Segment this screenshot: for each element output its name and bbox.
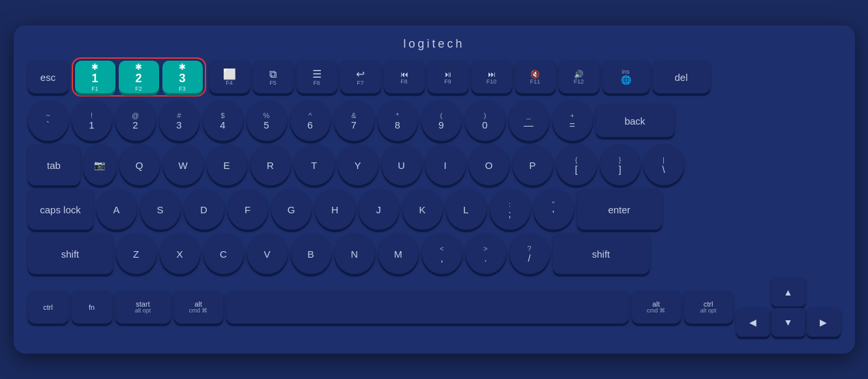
key-v[interactable]: V bbox=[247, 234, 288, 274]
key-y[interactable]: Y bbox=[338, 145, 378, 185]
key-shift-right[interactable]: shift bbox=[553, 234, 650, 274]
key-g[interactable]: G bbox=[271, 189, 312, 230]
key-4[interactable]: $ 4 bbox=[203, 100, 243, 141]
key-c[interactable]: C bbox=[203, 234, 244, 274]
key-t[interactable]: T bbox=[294, 145, 335, 185]
key-f5[interactable]: ⧉ F5 bbox=[253, 61, 293, 93]
key-arrow-left[interactable]: ◀ bbox=[736, 308, 770, 337]
key-e[interactable]: E bbox=[207, 145, 247, 185]
brand-logo: logitech bbox=[28, 37, 841, 51]
key-r[interactable]: R bbox=[250, 145, 291, 185]
key-tab-icon[interactable]: 📷 bbox=[83, 145, 116, 185]
key-alt-left[interactable]: alt cmd ⌘ bbox=[174, 291, 223, 324]
key-equals[interactable]: + = bbox=[552, 100, 593, 141]
key-j[interactable]: J bbox=[359, 189, 399, 230]
key-l[interactable]: L bbox=[446, 189, 486, 230]
zxcv-row: shift Z X C V B N M < , > . ? / shift bbox=[28, 234, 841, 274]
key-lbracket[interactable]: { [ bbox=[556, 145, 597, 185]
key-h[interactable]: H bbox=[315, 189, 355, 230]
key-arrow-up[interactable]: ▲ bbox=[771, 278, 805, 307]
key-f6[interactable]: ☰ F6 bbox=[297, 61, 337, 93]
keyboard: logitech esc ✱ 1 F1 ✱ 2 F2 ✱ 3 F3 ⬜ bbox=[14, 25, 855, 354]
key-quote[interactable]: " ' bbox=[533, 189, 574, 230]
bottom-row: ctrl fn start alt opt alt cmd ⌘ alt cmd … bbox=[28, 278, 841, 337]
key-space[interactable] bbox=[226, 291, 629, 324]
key-ctrl-left[interactable]: ctrl bbox=[28, 291, 68, 324]
key-tab[interactable]: tab bbox=[28, 145, 80, 185]
key-0[interactable]: ) 0 bbox=[465, 100, 505, 141]
key-6[interactable]: ^ 6 bbox=[290, 100, 331, 141]
key-shift-left[interactable]: shift bbox=[28, 234, 113, 274]
key-backslash[interactable]: | \ bbox=[644, 145, 684, 185]
key-5[interactable]: % 5 bbox=[247, 100, 287, 141]
key-s[interactable]: S bbox=[140, 189, 181, 230]
key-f4[interactable]: ⬜ F4 bbox=[209, 61, 250, 93]
key-7[interactable]: & 7 bbox=[334, 100, 374, 141]
key-bt1[interactable]: ✱ 1 F1 bbox=[75, 61, 115, 93]
key-p[interactable]: P bbox=[513, 145, 553, 185]
key-f9[interactable]: ⏯ F9 bbox=[428, 61, 468, 93]
key-z[interactable]: Z bbox=[116, 234, 157, 274]
key-f8[interactable]: ⏮ F8 bbox=[384, 61, 425, 93]
key-minus[interactable]: _ — bbox=[509, 100, 549, 141]
key-f7[interactable]: ↩ F7 bbox=[340, 61, 381, 93]
asdf-row: caps lock A S D F G H J K L : ; " ' ente… bbox=[28, 189, 841, 230]
key-start[interactable]: start alt opt bbox=[115, 291, 171, 324]
key-fn[interactable]: fn bbox=[72, 291, 112, 324]
key-d[interactable]: D bbox=[184, 189, 224, 230]
key-bt3[interactable]: ✱ 3 F3 bbox=[162, 61, 203, 93]
arrow-keys: ▲ ◀ ▼ ▶ bbox=[736, 278, 841, 337]
key-del[interactable]: del bbox=[653, 61, 710, 93]
key-q[interactable]: Q bbox=[119, 145, 160, 185]
key-b[interactable]: B bbox=[291, 234, 331, 274]
key-o[interactable]: O bbox=[469, 145, 509, 185]
qwerty-row: tab 📷 Q W E R T Y U I O P { [ } ] | \ bbox=[28, 145, 841, 185]
fn-row: esc ✱ 1 F1 ✱ 2 F2 ✱ 3 F3 ⬜ F4 ⧉ bbox=[28, 57, 841, 97]
key-ins[interactable]: ins 🌐 bbox=[603, 61, 650, 93]
number-row: ~ ` ! 1 @ 2 # 3 $ 4 % 5 ^ 6 & 7 bbox=[28, 100, 841, 141]
arrows-bottom: ◀ ▼ ▶ bbox=[736, 308, 841, 337]
key-f[interactable]: F bbox=[228, 189, 268, 230]
key-1[interactable]: ! 1 bbox=[72, 100, 112, 141]
key-alt-right[interactable]: alt cmd ⌘ bbox=[632, 291, 681, 324]
key-f11[interactable]: 🔇 F11 bbox=[515, 61, 556, 93]
key-esc[interactable]: esc bbox=[28, 61, 68, 93]
bt-group: ✱ 1 F1 ✱ 2 F2 ✱ 3 F3 bbox=[72, 57, 206, 97]
key-f12[interactable]: 🔊 F12 bbox=[559, 61, 599, 93]
key-arrow-down[interactable]: ▼ bbox=[771, 308, 805, 337]
key-enter[interactable]: enter bbox=[577, 189, 662, 230]
key-ctrl-right[interactable]: ctrl alt opt bbox=[684, 291, 733, 324]
key-period[interactable]: > . bbox=[466, 234, 506, 274]
key-arrow-right[interactable]: ▶ bbox=[807, 308, 841, 337]
key-9[interactable]: ( 9 bbox=[421, 100, 462, 141]
key-backspace[interactable]: back bbox=[596, 104, 674, 137]
key-semicolon[interactable]: : ; bbox=[490, 189, 530, 230]
key-3[interactable]: # 3 bbox=[159, 100, 200, 141]
key-f10[interactable]: ⏭ F10 bbox=[471, 61, 512, 93]
key-i[interactable]: I bbox=[425, 145, 466, 185]
key-comma[interactable]: < , bbox=[422, 234, 462, 274]
key-a[interactable]: A bbox=[97, 189, 137, 230]
key-rbracket[interactable]: } ] bbox=[600, 145, 640, 185]
key-bt2[interactable]: ✱ 2 F2 bbox=[119, 61, 159, 93]
key-m[interactable]: M bbox=[378, 234, 419, 274]
key-backtick[interactable]: ~ ` bbox=[28, 100, 68, 141]
key-w[interactable]: W bbox=[163, 145, 203, 185]
key-k[interactable]: K bbox=[402, 189, 443, 230]
key-u[interactable]: U bbox=[382, 145, 422, 185]
key-x[interactable]: X bbox=[160, 234, 200, 274]
key-slash[interactable]: ? / bbox=[509, 234, 550, 274]
key-capslock[interactable]: caps lock bbox=[28, 189, 93, 230]
key-n[interactable]: N bbox=[335, 234, 375, 274]
key-2[interactable]: @ 2 bbox=[115, 100, 156, 141]
key-8[interactable]: * 8 bbox=[378, 100, 418, 141]
